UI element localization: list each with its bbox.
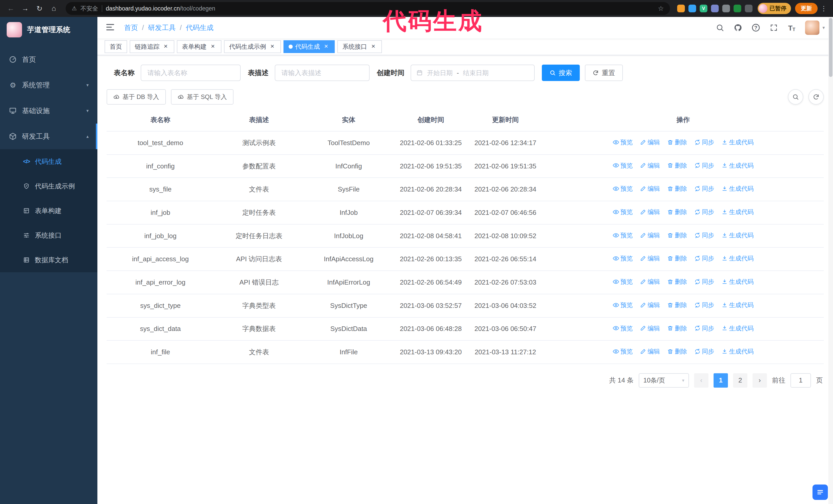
tab-close-icon[interactable]: ×: [323, 43, 330, 50]
tab-home[interactable]: 首页: [104, 40, 127, 53]
browser-update-button[interactable]: 更新: [795, 3, 818, 14]
tab-close-icon[interactable]: ×: [370, 43, 377, 50]
sync-link[interactable]: 同步: [694, 346, 714, 357]
edit-link[interactable]: 编辑: [640, 346, 660, 357]
browser-back-icon[interactable]: ←: [4, 2, 18, 15]
edit-link[interactable]: 编辑: [640, 300, 660, 310]
tab-codegen-demo[interactable]: 代码生成示例×: [224, 40, 281, 53]
toggle-search-button[interactable]: [788, 89, 803, 104]
breadcrumb-home[interactable]: 首页: [124, 23, 138, 32]
user-avatar[interactable]: ▾: [805, 21, 825, 35]
edit-link[interactable]: 编辑: [640, 323, 660, 334]
sidebar-item-home[interactable]: 首页: [0, 47, 97, 72]
bookmark-star-icon[interactable]: ☆: [658, 5, 664, 13]
extensions-puzzle[interactable]: [745, 5, 753, 12]
delete-link[interactable]: 删除: [667, 346, 687, 357]
browser-refresh-icon[interactable]: ↻: [33, 2, 46, 15]
preview-link[interactable]: 预览: [613, 253, 633, 264]
table-desc-input[interactable]: [275, 65, 370, 81]
extension-icon-green[interactable]: [734, 5, 741, 12]
sync-link[interactable]: 同步: [694, 253, 714, 264]
reset-button[interactable]: 重置: [585, 65, 623, 81]
font-size-icon[interactable]: TT: [787, 23, 796, 32]
sidebar-item-devtools[interactable]: 研发工具 ▴: [0, 124, 97, 149]
floating-widget-button[interactable]: [812, 484, 828, 500]
delete-link[interactable]: 删除: [667, 323, 687, 334]
address-bar[interactable]: ⚠ 不安全 dashboard.yudao.iocoder.cn/tool/co…: [66, 2, 670, 15]
preview-link[interactable]: 预览: [613, 323, 633, 334]
search-button[interactable]: 搜索: [542, 65, 580, 81]
delete-link[interactable]: 删除: [667, 253, 687, 264]
extension-icon-orange[interactable]: [677, 5, 685, 12]
tab-api[interactable]: 系统接口×: [337, 40, 382, 53]
extension-icon-lightblue[interactable]: [688, 5, 696, 12]
edit-link[interactable]: 编辑: [640, 161, 660, 171]
next-page-button[interactable]: ›: [753, 373, 767, 388]
sync-link[interactable]: 同步: [694, 300, 714, 310]
preview-link[interactable]: 预览: [613, 277, 633, 287]
edit-link[interactable]: 编辑: [640, 277, 660, 287]
generate-code-link[interactable]: 生成代码: [721, 253, 754, 264]
preview-link[interactable]: 预览: [613, 207, 633, 217]
extension-icon-vue[interactable]: V: [700, 5, 708, 12]
browser-home-icon[interactable]: ⌂: [47, 2, 61, 15]
preview-link[interactable]: 预览: [613, 137, 633, 147]
sync-link[interactable]: 同步: [694, 137, 714, 147]
sync-link[interactable]: 同步: [694, 323, 714, 334]
prev-page-button[interactable]: ‹: [694, 373, 709, 388]
delete-link[interactable]: 删除: [667, 207, 687, 217]
sidebar-toggle-icon[interactable]: [105, 23, 116, 33]
page-scrollbar[interactable]: [828, 17, 833, 504]
tab-form-builder[interactable]: 表单构建×: [177, 40, 221, 53]
preview-link[interactable]: 预览: [613, 300, 633, 310]
sidebar-item-codegen[interactable]: </> 代码生成: [0, 149, 97, 174]
generate-code-link[interactable]: 生成代码: [721, 137, 754, 147]
generate-code-link[interactable]: 生成代码: [721, 300, 754, 310]
import-sql-button[interactable]: 基于 SQL 导入: [171, 89, 234, 104]
tab-tracing[interactable]: 链路追踪×: [130, 40, 174, 53]
page-button-2[interactable]: 2: [733, 373, 747, 388]
scrollbar-thumb[interactable]: [829, 18, 832, 77]
edit-link[interactable]: 编辑: [640, 253, 660, 264]
sidebar-item-db-doc[interactable]: 数据库文档: [0, 248, 97, 272]
preview-link[interactable]: 预览: [613, 161, 633, 171]
generate-code-link[interactable]: 生成代码: [721, 277, 754, 287]
date-range-picker[interactable]: 开始日期 - 结束日期: [411, 65, 535, 81]
preview-link[interactable]: 预览: [613, 230, 633, 240]
sync-link[interactable]: 同步: [694, 230, 714, 240]
generate-code-link[interactable]: 生成代码: [721, 184, 754, 194]
refresh-table-button[interactable]: [808, 89, 824, 104]
search-icon[interactable]: [715, 23, 724, 32]
preview-link[interactable]: 预览: [613, 346, 633, 357]
edit-link[interactable]: 编辑: [640, 184, 660, 194]
browser-menu-icon[interactable]: ⋮: [819, 5, 829, 13]
generate-code-link[interactable]: 生成代码: [721, 323, 754, 334]
extension-icon-people[interactable]: [711, 5, 719, 12]
delete-link[interactable]: 删除: [667, 161, 687, 171]
delete-link[interactable]: 删除: [667, 137, 687, 147]
sidebar-item-form-builder[interactable]: 表单构建: [0, 198, 97, 223]
fullscreen-icon[interactable]: [769, 23, 779, 32]
breadcrumb-devtools[interactable]: 研发工具: [148, 23, 176, 32]
sidebar-item-api[interactable]: 系统接口: [0, 223, 97, 248]
sidebar-item-codegen-demo[interactable]: 代码生成示例: [0, 174, 97, 198]
tab-close-icon[interactable]: ×: [269, 43, 276, 50]
generate-code-link[interactable]: 生成代码: [721, 230, 754, 240]
tab-codegen[interactable]: 代码生成×: [284, 40, 335, 53]
sidebar-item-system[interactable]: ⚙ 系统管理 ▾: [0, 72, 97, 98]
sidebar-item-infra[interactable]: 基础设施 ▾: [0, 98, 97, 124]
goto-page-input[interactable]: [790, 373, 811, 388]
edit-link[interactable]: 编辑: [640, 207, 660, 217]
delete-link[interactable]: 删除: [667, 230, 687, 240]
help-icon[interactable]: ?: [751, 23, 760, 32]
page-size-select[interactable]: 10条/页 ▾: [639, 373, 689, 388]
app-logo[interactable]: 芋道管理系统: [0, 17, 97, 43]
import-db-button[interactable]: 基于 DB 导入: [106, 89, 166, 104]
page-button-1[interactable]: 1: [714, 373, 728, 388]
profile-paused-badge[interactable]: 已暂停: [758, 3, 791, 14]
generate-code-link[interactable]: 生成代码: [721, 161, 754, 171]
sync-link[interactable]: 同步: [694, 277, 714, 287]
edit-link[interactable]: 编辑: [640, 230, 660, 240]
delete-link[interactable]: 删除: [667, 300, 687, 310]
delete-link[interactable]: 删除: [667, 184, 687, 194]
